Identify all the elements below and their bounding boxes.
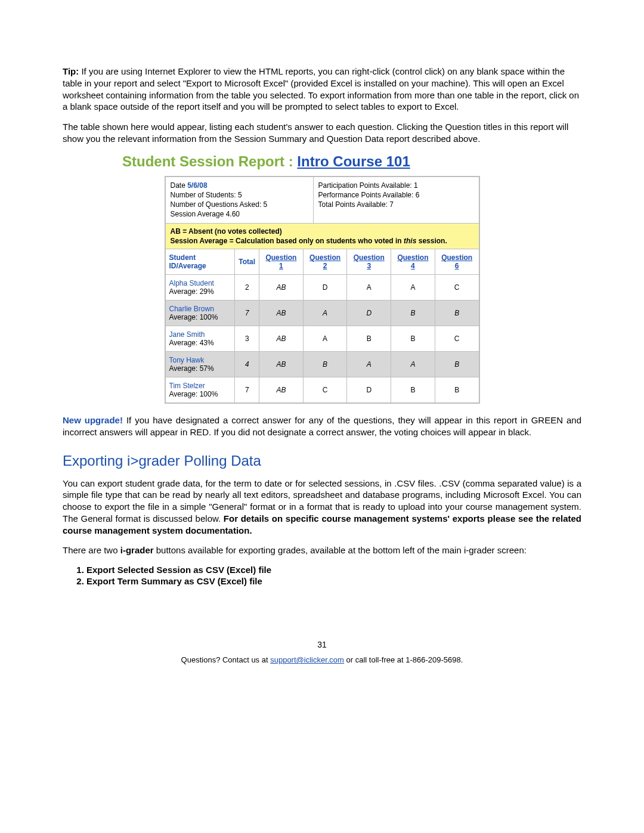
col-q6[interactable]: Question 6 (435, 249, 478, 275)
col-q2[interactable]: Question 2 (303, 249, 347, 275)
total-cell: 7 (235, 377, 259, 402)
table-row: Tony HawkAverage: 57%4ABBAAB (166, 351, 479, 377)
answer-cell: A (303, 326, 347, 351)
export-item-1: Export Selected Session as CSV (Excel) f… (86, 565, 581, 575)
col-total: Total (235, 249, 259, 275)
participation-points: Participation Points Available: 1 (318, 181, 418, 190)
date-label: Date (171, 181, 188, 190)
export-list: Export Selected Session as CSV (Excel) f… (63, 565, 581, 586)
legend-calc: Session Average = Calculation based only… (171, 237, 447, 245)
answer-cell: B (435, 351, 478, 377)
col-q3[interactable]: Question 3 (347, 249, 391, 275)
table-row: Charlie BrownAverage: 100%7ABADBB (166, 300, 479, 326)
table-row: Jane SmithAverage: 43%3ABABBC (166, 326, 479, 351)
student-name-link[interactable]: Tony Hawk (169, 356, 205, 364)
student-cell: Charlie BrownAverage: 100% (166, 300, 235, 326)
page: Tip: If you are using Internet Explorer … (0, 0, 644, 688)
num-students: Number of Students: 5 (171, 191, 242, 199)
num-questions: Number of Questions Asked: 5 (171, 200, 268, 209)
answer-cell: B (435, 377, 478, 402)
student-average: Average: 29% (169, 287, 214, 296)
answer-cell: A (303, 300, 347, 326)
total-cell: 2 (235, 274, 259, 300)
export-heading: Exporting i>grader Polling Data (63, 453, 581, 469)
answer-cell: B (391, 377, 435, 402)
answer-cell: B (347, 326, 391, 351)
col-q4[interactable]: Question 4 (391, 249, 435, 275)
meta-right: Participation Points Available: 1 Perfor… (314, 177, 479, 224)
answer-cell: A (347, 274, 391, 300)
legend-ab: AB = Absent (no votes collected) (171, 227, 282, 236)
student-average: Average: 100% (169, 390, 218, 398)
answer-cell: C (435, 326, 478, 351)
report-title: Student Session Report : Intro Course 10… (63, 153, 581, 170)
student-cell: Tony HawkAverage: 57% (166, 351, 235, 377)
table-row: Tim StelzerAverage: 100%7ABCDBB (166, 377, 479, 402)
answer-cell: B (303, 351, 347, 377)
footer-prefix: Questions? Contact us at (181, 655, 271, 664)
footer-email-link[interactable]: support@iclicker.com (270, 655, 344, 664)
table-row: Alpha StudentAverage: 29%2ABDAAC (166, 274, 479, 300)
answer-cell: C (435, 274, 478, 300)
table-intro: The table shown here would appear, listi… (63, 121, 581, 145)
meta-left: Date 5/6/08 Number of Students: 5 Number… (166, 177, 314, 224)
tip-paragraph: Tip: If you are using Internet Explorer … (63, 66, 581, 113)
student-name-link[interactable]: Charlie Brown (169, 305, 214, 313)
answer-cell: AB (259, 274, 304, 300)
upgrade-text: If you have designated a correct answer … (63, 415, 581, 437)
export-p1: You can export student grade data, for t… (63, 478, 581, 537)
total-cell: 7 (235, 300, 259, 326)
session-avg: Session Average 4.60 (171, 210, 240, 218)
legend: AB = Absent (no votes collected) Session… (166, 224, 479, 249)
student-cell: Alpha StudentAverage: 29% (166, 274, 235, 300)
answer-cell: C (303, 377, 347, 402)
meta-row: Date 5/6/08 Number of Students: 5 Number… (166, 177, 479, 224)
page-number: 31 (63, 640, 581, 649)
export-p2: There are two i-grader buttons available… (63, 544, 581, 556)
total-points: Total Points Available: 7 (318, 200, 394, 209)
export-item-2: Export Term Summary as CSV (Excel) file (86, 576, 581, 586)
answer-cell: D (303, 274, 347, 300)
answer-cell: A (391, 274, 435, 300)
col-student: Student ID/Average (166, 249, 235, 275)
answer-cell: A (347, 351, 391, 377)
date-link[interactable]: 5/6/08 (187, 181, 207, 190)
student-average: Average: 57% (169, 364, 214, 373)
answer-cell: B (391, 300, 435, 326)
answer-cell: AB (259, 326, 304, 351)
col-q1[interactable]: Question 1 (259, 249, 304, 275)
answer-cell: AB (259, 351, 304, 377)
report-title-prefix: Student Session Report : (122, 153, 297, 169)
answer-cell: AB (259, 377, 304, 402)
answer-cell: B (435, 300, 478, 326)
answers-table: Student ID/Average Total Question 1 Ques… (166, 249, 479, 402)
student-average: Average: 100% (169, 313, 218, 321)
upgrade-label: New upgrade! (63, 415, 123, 425)
student-cell: Tim StelzerAverage: 100% (166, 377, 235, 402)
answer-cell: AB (259, 300, 304, 326)
answer-cell: A (391, 351, 435, 377)
header-row: Student ID/Average Total Question 1 Ques… (166, 249, 479, 275)
session-report-table: Date 5/6/08 Number of Students: 5 Number… (165, 176, 480, 404)
answer-cell: B (391, 326, 435, 351)
tip-label: Tip: (63, 66, 79, 76)
answer-cell: D (347, 300, 391, 326)
tip-text: If you are using Internet Explorer to vi… (63, 66, 579, 112)
answer-cell: D (347, 377, 391, 402)
course-link[interactable]: Intro Course 101 (297, 153, 410, 169)
total-cell: 4 (235, 351, 259, 377)
upgrade-paragraph: New upgrade! If you have designated a co… (63, 414, 581, 438)
student-average: Average: 43% (169, 339, 214, 347)
student-name-link[interactable]: Tim Stelzer (169, 382, 205, 390)
student-name-link[interactable]: Alpha Student (169, 279, 214, 287)
total-cell: 3 (235, 326, 259, 351)
footer: Questions? Contact us at support@iclicke… (63, 655, 581, 664)
student-name-link[interactable]: Jane Smith (169, 330, 205, 339)
performance-points: Performance Points Available: 6 (318, 191, 420, 199)
student-cell: Jane SmithAverage: 43% (166, 326, 235, 351)
footer-suffix: or call toll-free at 1-866-209-5698. (344, 655, 463, 664)
